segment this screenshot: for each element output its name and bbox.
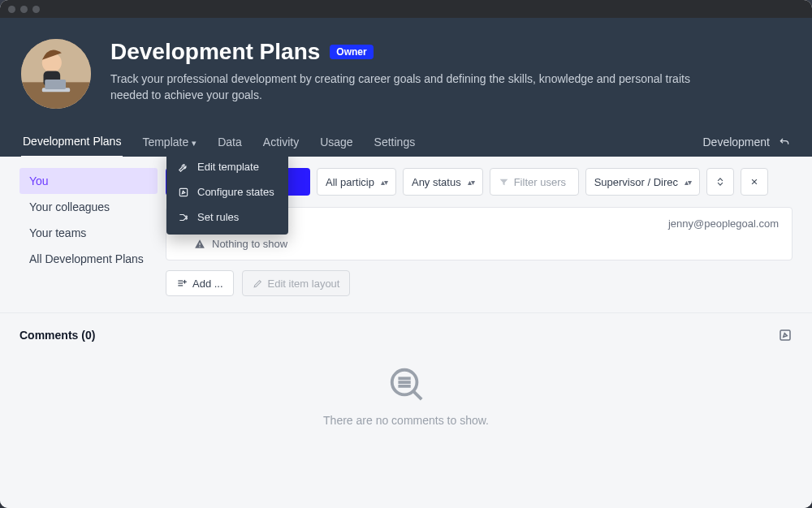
- chevron-down-icon: ▾: [192, 138, 197, 148]
- magnify-list-icon: [387, 365, 425, 403]
- edit-square-icon: [178, 187, 189, 198]
- page-body: You Your colleagues Your teams All Devel…: [0, 157, 812, 508]
- pencil-icon: [253, 278, 263, 289]
- filter-users-input[interactable]: Filter users: [490, 168, 579, 196]
- content-area: You Your colleagues Your teams All Devel…: [0, 157, 812, 296]
- comments-empty-state: There are no comments to show.: [19, 342, 793, 435]
- tab-settings[interactable]: Settings: [373, 127, 417, 157]
- page-title: Development Plans: [110, 39, 320, 65]
- add-icon: [176, 278, 188, 289]
- svg-rect-13: [179, 188, 187, 196]
- plan-owner-email: jenny@peoplegoal.com: [668, 217, 779, 230]
- page-header: Development Plans Owner Track your profe…: [0, 18, 812, 157]
- sort-icon: ▴▾: [381, 178, 387, 187]
- sidenav-item-all-plans[interactable]: All Development Plans: [19, 246, 158, 272]
- branch-icon: [178, 212, 189, 223]
- menu-set-rules-label: Set rules: [197, 211, 239, 223]
- add-button-label: Add ...: [192, 278, 223, 290]
- template-dropdown: Edit template Configure states Set rules: [166, 157, 288, 235]
- traffic-light-minimize[interactable]: [20, 6, 28, 13]
- comments-empty-text: There are no comments to show.: [323, 414, 489, 427]
- tab-data[interactable]: Data: [216, 127, 244, 157]
- svg-rect-16: [780, 330, 790, 340]
- side-nav: You Your colleagues Your teams All Devel…: [19, 168, 158, 272]
- add-button[interactable]: Add ...: [166, 270, 234, 296]
- role-select-label: Supervisor / Direc: [594, 176, 678, 188]
- comments-section: Comments (0) There are no comments to sh…: [0, 312, 812, 443]
- tab-development-plans[interactable]: Development Plans: [21, 127, 123, 157]
- status-select[interactable]: Any status ▴▾: [403, 168, 483, 196]
- edit-layout-button[interactable]: Edit item layout: [242, 270, 351, 296]
- traffic-light-close[interactable]: [8, 6, 15, 13]
- tab-template[interactable]: Template▾: [140, 127, 198, 157]
- menu-configure-states-label: Configure states: [197, 186, 274, 198]
- owner-badge: Owner: [330, 45, 373, 59]
- compose-comment-button[interactable]: [778, 328, 793, 342]
- comments-heading: Comments (0): [19, 329, 95, 342]
- undo-icon[interactable]: [778, 136, 791, 149]
- window-titlebar: [0, 0, 812, 18]
- user-avatar[interactable]: [21, 39, 91, 109]
- menu-edit-template-label: Edit template: [197, 161, 259, 173]
- sidenav-item-colleagues[interactable]: Your colleagues: [19, 194, 158, 220]
- tab-activity[interactable]: Activity: [261, 127, 300, 157]
- tab-usage[interactable]: Usage: [318, 127, 354, 157]
- status-select-label: Any status: [412, 176, 461, 188]
- traffic-light-zoom[interactable]: [32, 6, 40, 13]
- sidenav-item-you[interactable]: You: [19, 168, 158, 194]
- svg-point-14: [186, 215, 188, 217]
- filter-icon: [499, 177, 509, 187]
- edit-layout-label: Edit item layout: [268, 278, 340, 290]
- svg-rect-5: [45, 80, 66, 89]
- wrench-icon: [178, 161, 189, 173]
- tab-template-label: Template: [142, 136, 188, 149]
- card-actions: Add ... Edit item layout: [166, 270, 793, 296]
- sort-icon: ▴▾: [468, 178, 474, 187]
- card-empty-text: Nothing to show: [212, 238, 287, 250]
- role-select[interactable]: Supervisor / Direc ▴▾: [585, 168, 700, 196]
- filter-users-placeholder: Filter users: [514, 176, 566, 188]
- sort-icon: ▴▾: [685, 178, 691, 187]
- menu-edit-template[interactable]: Edit template: [166, 157, 288, 179]
- svg-line-18: [414, 392, 422, 400]
- warning-icon: [194, 239, 205, 250]
- svg-point-15: [186, 217, 188, 219]
- participants-select-label: All particip: [326, 176, 374, 188]
- expand-collapse-button[interactable]: [706, 168, 734, 196]
- menu-configure-states[interactable]: Configure states: [166, 179, 288, 204]
- collapse-all-button[interactable]: [741, 168, 768, 196]
- app-window: Development Plans Owner Track your profe…: [0, 0, 812, 508]
- participants-select[interactable]: All particip ▴▾: [317, 168, 396, 196]
- sidenav-item-teams[interactable]: Your teams: [19, 220, 158, 246]
- context-label: Development: [703, 136, 771, 149]
- svg-rect-7: [199, 246, 200, 247]
- menu-set-rules[interactable]: Set rules: [166, 204, 288, 230]
- primary-tabs: Development Plans Template▾ Data Activit…: [21, 127, 791, 157]
- svg-rect-6: [199, 243, 200, 245]
- page-subtitle: Track your professional development by c…: [110, 71, 695, 103]
